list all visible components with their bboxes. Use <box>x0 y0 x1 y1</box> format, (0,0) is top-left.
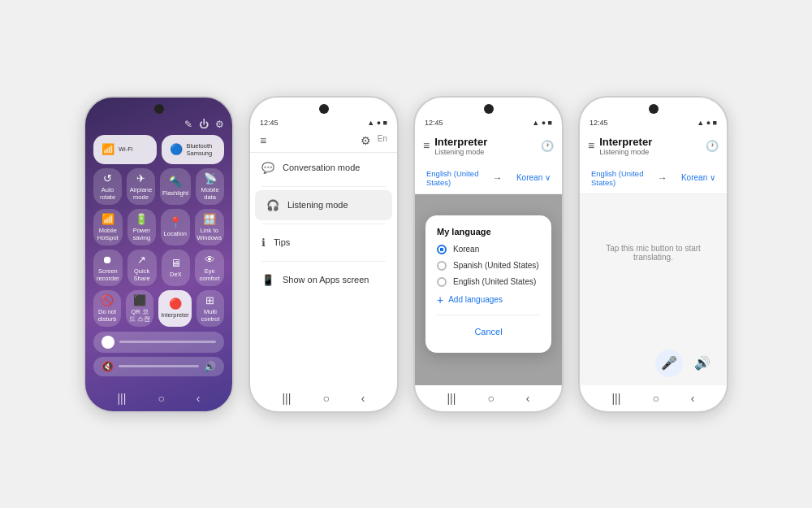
nav-recents-icon[interactable]: ‹ <box>197 392 201 405</box>
cc-grid-row-3: ⏺Screen recorder ↗Quick Share 🖥DeX 👁Eye … <box>93 250 224 286</box>
flashlight-label: Flashlight <box>162 189 188 197</box>
airplane-tile[interactable]: ✈Airplane mode <box>127 168 155 205</box>
conversation-mode-item[interactable]: 💬 Conversation mode <box>250 153 397 183</box>
interp-4-lang-from[interactable]: English (UnitedStates) <box>591 169 643 187</box>
option-korean-label: Korean <box>453 245 479 254</box>
edit-icon[interactable]: ✎ <box>184 119 192 130</box>
volume-high-icon: 🔊 <box>204 361 216 372</box>
phone-3-status-bar: 12:45 ▲ ● ■ <box>415 114 562 129</box>
flashlight-icon: 🔦 <box>169 176 182 188</box>
quick-share-label: Quick Share <box>130 267 154 282</box>
flashlight-tile[interactable]: 🔦Flashlight <box>160 168 191 205</box>
interp-4-title-block: Interpreter Listening mode <box>599 136 701 156</box>
dialog-add-languages[interactable]: + Add languages <box>437 293 540 306</box>
qr-label: QR 코드 스캔 <box>128 308 151 323</box>
wifi-tile[interactable]: 📶 Wi-Fi <box>93 135 157 164</box>
interp-4-menu-icon[interactable]: ≡ <box>588 139 594 152</box>
dex-icon: 🖥 <box>171 257 181 269</box>
multi-control-label: Multi control <box>199 308 222 323</box>
phone-2-status-bar: 12:45 ▲ ● ■ <box>250 114 397 129</box>
interp-3-lang-from[interactable]: English (UnitedStates) <box>426 169 478 187</box>
interp-4-arrow: → <box>658 172 667 184</box>
bluetooth-tile[interactable]: 🔵 Bluetooth Samsung <box>162 135 225 164</box>
nav-2-recents[interactable]: ‹ <box>361 392 365 405</box>
dialog-option-spanish[interactable]: Spanish (United States) <box>437 261 540 271</box>
nav-2-back[interactable]: ||| <box>282 392 291 405</box>
tips-item[interactable]: ℹ Tips <box>250 228 397 258</box>
power-icon[interactable]: ⏻ <box>199 119 209 130</box>
volume-slider[interactable]: 🔇 🔊 <box>93 357 224 376</box>
eye-comfort-tile[interactable]: 👁Eye comfort <box>195 250 224 286</box>
power-saving-tile[interactable]: 🔋Power saving <box>127 209 157 245</box>
hotspot-tile[interactable]: 📶Mobile Hotspot <box>93 209 123 245</box>
interp-4-header: ≡ Interpreter Listening mode 🕐 <box>580 129 727 163</box>
dnd-tile[interactable]: 🚫Do not disturb <box>93 290 121 327</box>
my-language-dialog: My language Korean Spanish (United State… <box>425 215 551 353</box>
cancel-button[interactable]: Cancel <box>437 322 540 341</box>
phone-4: 12:45 ▲ ● ■ ≡ Interpreter Listening mode… <box>578 96 728 413</box>
listening-mode-item[interactable]: 🎧 Listening mode <box>255 190 392 220</box>
power-saving-label: Power saving <box>130 227 154 241</box>
option-spanish-label: Spanish (United States) <box>453 261 539 270</box>
nav-4-back[interactable]: ||| <box>611 392 620 405</box>
brightness-slider[interactable] <box>93 332 224 353</box>
menu-settings-icon[interactable]: ⚙ <box>361 134 371 147</box>
interp-3-title-block: Interpreter Listening mode <box>434 136 536 156</box>
interp-3-body: My language Korean Spanish (United State… <box>415 194 562 385</box>
qr-tile[interactable]: ⬛QR 코드 스캔 <box>126 290 153 327</box>
menu-expand-icon[interactable]: En <box>378 134 387 147</box>
phone-4-status-bar: 12:45 ▲ ● ■ <box>580 114 727 129</box>
conversation-mode-icon: 💬 <box>261 162 274 174</box>
phone-2-nav: ||| ○ ‹ <box>250 385 397 411</box>
interp-3-menu-icon[interactable]: ≡ <box>423 139 430 152</box>
nav-2-home[interactable]: ○ <box>322 392 329 405</box>
interp-4-history-icon[interactable]: 🕐 <box>706 140 719 152</box>
nav-3-back[interactable]: ||| <box>447 392 456 405</box>
hamburger-icon[interactable]: ≡ <box>260 134 266 147</box>
screen-recorder-tile[interactable]: ⏺Screen recorder <box>93 250 123 286</box>
bluetooth-icon: 🔵 <box>170 143 183 155</box>
menu-header: ≡ ⚙ En <box>250 129 397 153</box>
dialog-option-korean[interactable]: Korean <box>437 245 540 254</box>
menu-divider-1 <box>261 186 386 187</box>
show-apps-item[interactable]: 📱 Show on Apps screen <box>250 265 397 295</box>
link-windows-tile[interactable]: 🪟Link to Windows <box>195 209 224 245</box>
location-icon: 📍 <box>169 216 182 228</box>
interpreter-tile[interactable]: 🔴Interpreter <box>158 290 192 327</box>
qr-icon: ⬛ <box>133 294 146 306</box>
eye-comfort-label: Eye comfort <box>197 267 222 282</box>
volume-track <box>119 365 199 367</box>
multi-control-tile[interactable]: ⊞Multi control <box>197 290 224 327</box>
mobile-data-tile[interactable]: 📡Mobile data <box>196 168 224 205</box>
mic-button[interactable]: 🎤 <box>655 350 683 377</box>
phone-4-icons: ▲ ● ■ <box>697 119 717 127</box>
phone-1-nav: ||| ○ ‹ <box>85 385 232 411</box>
airplane-label: Airplane mode <box>129 186 153 201</box>
nav-3-recents[interactable]: ‹ <box>526 392 530 405</box>
dex-label: DeX <box>170 271 182 278</box>
nav-3-home[interactable]: ○ <box>487 392 494 405</box>
interp-3-lang-bar: English (UnitedStates) → Korean ∨ <box>415 163 562 194</box>
nav-4-home[interactable]: ○ <box>652 392 659 405</box>
add-icon: + <box>437 293 443 306</box>
nav-home-icon[interactable]: ○ <box>158 392 164 405</box>
interp-4-lang-to[interactable]: Korean ∨ <box>681 173 715 182</box>
nav-back-icon[interactable]: ||| <box>117 392 126 405</box>
quick-share-tile[interactable]: ↗Quick Share <box>127 250 157 286</box>
phone-4-nav: ||| ○ ‹ <box>580 385 727 411</box>
radio-spanish <box>437 261 447 271</box>
phone-1-notch <box>154 104 164 114</box>
interp-3-lang-to[interactable]: Korean ∨ <box>516 173 551 182</box>
dialog-option-english[interactable]: English (United States) <box>437 277 540 287</box>
nav-4-recents[interactable]: ‹ <box>691 392 695 405</box>
hotspot-label: Mobile Hotspot <box>96 227 120 241</box>
dex-tile[interactable]: 🖥DeX <box>162 250 191 286</box>
interp-3-history-icon[interactable]: 🕐 <box>541 140 554 152</box>
speaker-button[interactable]: 🔊 <box>691 352 714 375</box>
location-tile[interactable]: 📍Location <box>161 209 190 245</box>
auto-rotate-icon: ↺ <box>103 172 112 185</box>
settings-icon[interactable]: ⚙ <box>215 119 224 130</box>
auto-rotate-tile[interactable]: ↺Auto rotate <box>93 168 122 205</box>
cc-grid-row-4: 🚫Do not disturb ⬛QR 코드 스캔 🔴Interpreter ⊞… <box>93 290 224 327</box>
phone-4-time: 12:45 <box>590 119 608 127</box>
